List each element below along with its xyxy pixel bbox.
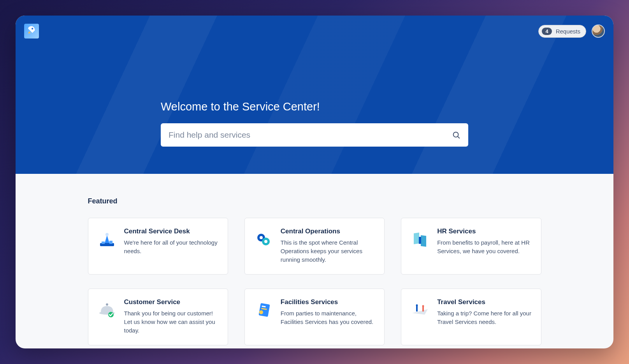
search-input[interactable] [169,130,452,140]
svg-line-2 [458,136,459,138]
operations-icon [254,230,273,248]
card-central-operations[interactable]: Central Operations This is the spot wher… [244,218,385,275]
app-window: 4 Requests Welcome to the Service Center… [16,16,613,348]
hr-icon [411,230,429,248]
featured-heading: Featured [88,197,541,205]
svg-rect-21 [416,306,418,312]
topbar: 4 Requests [16,16,613,47]
card-facilities-services[interactable]: Facilities Services From parties to main… [244,289,385,345]
requests-label: Requests [556,28,580,35]
rocket-icon [26,25,37,37]
user-avatar[interactable] [592,24,605,38]
svg-rect-11 [414,233,419,244]
requests-count-badge: 4 [542,28,552,35]
svg-point-9 [260,236,263,239]
search-icon[interactable] [452,131,460,139]
card-title: Customer Service [124,298,218,306]
svg-rect-12 [421,235,426,247]
card-hr-services[interactable]: HR Services From benefits to payroll, he… [401,218,541,275]
svg-rect-22 [422,307,424,312]
svg-point-23 [416,304,418,306]
card-title: Central Service Desk [124,228,218,235]
card-travel-services[interactable]: Travel Services Taking a trip? Come here… [401,289,541,345]
card-desc: We're here for all of your technology ne… [124,238,218,256]
card-desc: Taking a trip? Come here for all your Tr… [437,309,531,326]
featured-grid: Central Service Desk We're here for all … [88,218,541,348]
svg-point-15 [106,303,108,306]
svg-point-24 [422,305,424,307]
requests-button[interactable]: 4 Requests [538,25,586,38]
svg-point-20 [259,310,263,314]
card-central-service-desk[interactable]: Central Service Desk We're here for all … [88,218,228,275]
card-title: Travel Services [437,298,531,306]
customer-service-icon [98,301,116,319]
service-desk-icon [98,230,116,248]
svg-point-4 [105,233,109,236]
card-title: Facilities Services [281,298,375,306]
app-logo[interactable] [24,24,39,38]
card-title: HR Services [437,228,531,235]
card-desc: From benefits to payroll, here at HR Ser… [437,238,531,256]
main-content: Featured Central Service Desk [16,174,613,348]
hero-content: Welcome to the Service Center! [161,100,468,147]
hero-banner: 4 Requests Welcome to the Service Center… [16,16,613,174]
card-desc: Thank you for being our customer! Let us… [124,309,218,334]
card-desc: This is the spot where Central Operation… [281,238,375,264]
search-container [161,123,468,147]
svg-rect-5 [102,242,105,244]
card-title: Central Operations [281,228,375,235]
svg-rect-17 [258,303,270,317]
card-customer-service[interactable]: Customer Service Thank you for being our… [88,289,228,345]
card-desc: From parties to maintenance, Facilities … [281,309,375,326]
facilities-icon [254,301,273,319]
svg-point-10 [264,240,267,243]
page-title: Welcome to the Service Center! [161,100,468,113]
svg-rect-13 [419,237,421,244]
svg-point-0 [32,28,33,30]
travel-icon [411,301,429,319]
svg-rect-6 [109,241,112,244]
